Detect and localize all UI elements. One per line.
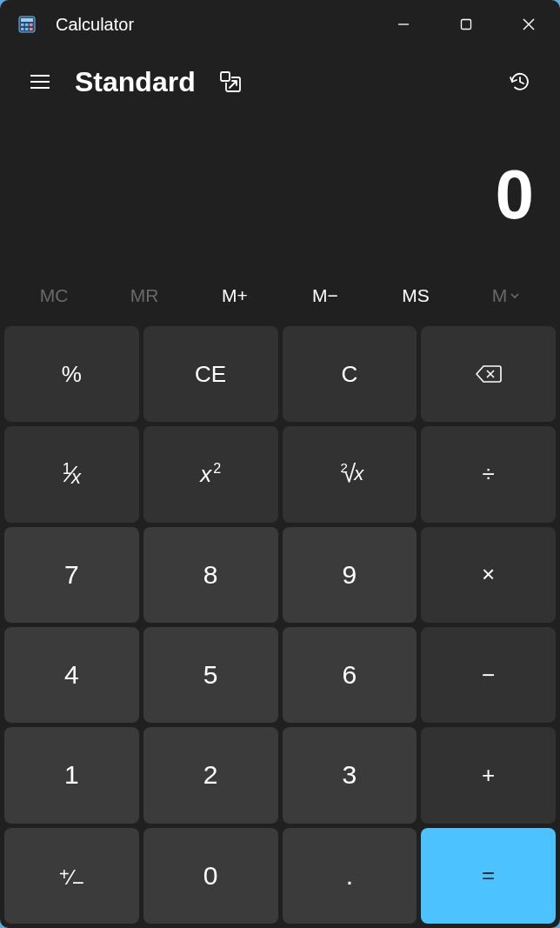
svg-rect-6 [25,28,29,30]
multiply-button[interactable]: × [421,527,556,623]
history-icon [508,70,532,94]
close-button[interactable] [497,0,560,49]
reciprocal-label: 1⁄x [63,461,81,488]
digit-7-button[interactable]: 7 [4,527,139,623]
divide-button[interactable]: ÷ [421,426,556,522]
square-label: x2 [200,461,221,488]
reciprocal-button[interactable]: 1⁄x [4,426,139,522]
minimize-icon [397,18,410,30]
maximize-icon [460,18,472,30]
digit-9-button[interactable]: 9 [283,527,417,623]
maximize-button[interactable] [435,0,497,49]
clear-button[interactable]: C [283,326,417,422]
history-button[interactable] [503,64,537,99]
clear-entry-button[interactable]: CE [143,326,278,422]
plus-minus-label: +⁄− [59,861,84,891]
display-value: 0 [26,160,534,230]
digit-1-button[interactable]: 1 [4,727,139,823]
memory-store-button[interactable]: MS [370,282,461,310]
svg-rect-4 [30,23,33,26]
header: Standard [0,49,560,108]
window-controls [372,0,560,49]
square-root-button[interactable]: 2√x [283,426,417,522]
memory-add-button[interactable]: M+ [190,282,280,310]
square-button[interactable]: x2 [143,426,278,522]
backspace-icon [476,364,502,384]
close-icon [522,17,536,31]
digit-3-button[interactable]: 3 [283,727,417,823]
app-icon [17,15,37,34]
window-title: Calculator [56,15,372,35]
keypad: % CE C 1⁄x x2 2√x ÷ 7 8 9 × 4 5 6 − 1 2 … [0,322,560,928]
digit-2-button[interactable]: 2 [143,727,278,823]
negate-button[interactable]: +⁄− [4,828,139,924]
memory-row: MC MR M+ M− MS M [0,264,560,322]
mode-title: Standard [75,66,196,98]
keep-on-top-button[interactable] [215,66,246,97]
memory-subtract-button[interactable]: M− [280,282,370,310]
memory-recall-button: MR [99,282,190,310]
svg-rect-7 [30,28,33,30]
digit-6-button[interactable]: 6 [283,627,417,723]
svg-rect-5 [21,28,24,30]
keep-on-top-icon [219,70,242,93]
plus-button[interactable]: + [421,727,556,823]
digit-0-button[interactable]: 0 [143,828,278,924]
backspace-button[interactable] [421,326,556,422]
svg-rect-2 [21,23,24,26]
svg-rect-9 [462,20,471,30]
equals-button[interactable]: = [421,828,556,924]
minus-button[interactable]: − [421,627,556,723]
svg-rect-3 [25,23,29,26]
memory-list-button: M [461,282,551,310]
hamburger-icon [30,74,50,90]
svg-rect-15 [221,72,230,81]
minimize-button[interactable] [372,0,435,49]
decimal-button[interactable]: . [283,828,417,924]
memory-clear-button: MC [9,282,99,310]
calculator-window: Calculator Standard [0,0,560,928]
svg-rect-1 [21,18,33,22]
chevron-down-icon [510,290,520,301]
square-root-label: 2√x [336,460,364,488]
digit-4-button[interactable]: 4 [4,627,139,723]
display: 0 [0,108,560,264]
titlebar: Calculator [0,0,560,49]
menu-button[interactable] [23,64,57,99]
digit-8-button[interactable]: 8 [143,527,278,623]
digit-5-button[interactable]: 5 [143,627,278,723]
percent-button[interactable]: % [4,326,139,422]
